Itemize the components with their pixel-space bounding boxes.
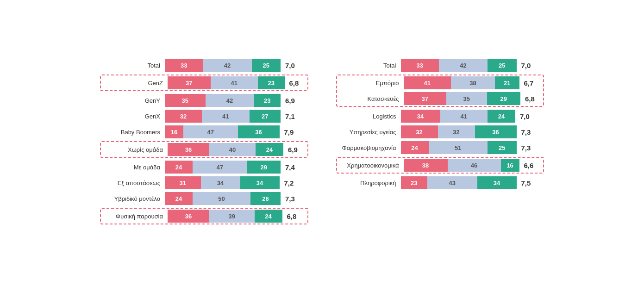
row-label: Κατασκευές: [339, 95, 404, 102]
bar-container: 344124: [401, 110, 516, 123]
chart-row: Χρηματοοικονομικά3846166,6: [339, 159, 542, 172]
score-label: 6,8: [287, 212, 303, 220]
chart-row: Χωρίς ομάδα3640246,9: [103, 143, 306, 156]
bar-pink: 23: [401, 176, 428, 189]
row-label: Υπηρεσίες υγείας: [336, 129, 401, 136]
bar-container: 363924: [168, 210, 282, 223]
bar-pink: 33: [401, 59, 439, 72]
bar-pink: 32: [165, 110, 202, 123]
row-label: Με ομάδα: [100, 164, 165, 171]
score-label: 7,9: [284, 128, 300, 136]
bar-teal: 23: [254, 94, 281, 107]
chart-row: GenY3542236,9: [100, 94, 308, 107]
dashed-box: Χρηματοοικονομικά3846166,6: [336, 157, 544, 174]
bar-pink: 24: [165, 192, 193, 205]
bar-container: 234334: [401, 176, 517, 189]
chart-row: Πληροφορική2343347,5: [336, 176, 544, 189]
bar-blue: 42: [206, 94, 254, 107]
bar-teal: 24: [488, 110, 515, 123]
score-label: 7,3: [521, 128, 538, 136]
chart-row: Υπηρεσίες υγείας3232367,3: [336, 125, 544, 138]
score-label: 7,0: [521, 62, 538, 69]
row-label: Logistics: [336, 113, 401, 120]
bar-teal: 23: [258, 76, 285, 89]
bar-teal: 26: [250, 192, 281, 205]
dashed-box: Χωρίς ομάδα3640246,9: [100, 141, 308, 158]
score-label: 7,0: [520, 112, 536, 120]
chart-row: Εξ αποστάσεως3134347,2: [100, 176, 308, 189]
dashed-box: GenZ3741236,8: [100, 75, 308, 91]
bar-pink: 37: [168, 76, 211, 89]
chart-row: Total3342257,0: [336, 59, 544, 72]
bar-pink: 35: [165, 94, 206, 107]
score-label: 6,8: [289, 79, 306, 87]
bar-teal: 29: [487, 92, 521, 105]
score-label: 6,7: [524, 79, 540, 87]
row-label: Total: [100, 62, 165, 69]
charts-container: Total3342257,0GenZ3741236,8GenY3542236,9…: [100, 59, 544, 227]
row-label: GenZ: [103, 80, 168, 87]
bar-blue: 42: [203, 59, 252, 72]
score-label: 7,1: [285, 112, 301, 120]
bar-blue: 46: [448, 159, 501, 172]
bar-teal: 36: [475, 125, 517, 138]
bar-blue: 38: [451, 76, 495, 89]
dashed-box: Φυσική παρουσία3639246,8: [100, 208, 308, 224]
bar-container: 245125: [401, 141, 517, 154]
score-label: 7,3: [521, 144, 538, 152]
score-label: 7,4: [285, 163, 301, 171]
bar-teal: 29: [247, 161, 281, 174]
bar-pink: 33: [165, 59, 203, 72]
bar-teal: 25: [488, 141, 517, 154]
bar-container: 384616: [404, 159, 519, 172]
score-label: 6,6: [524, 162, 540, 169]
chart-row: Φυσική παρουσία3639246,8: [103, 210, 306, 223]
score-label: 7,5: [521, 179, 538, 187]
bar-container: 323236: [401, 125, 517, 138]
right-chart-panel: Total3342257,0Εμπόριο4138216,7Κατασκευές…: [336, 59, 544, 192]
chart-row: GenZ3741236,8: [103, 76, 306, 89]
bar-container: 313434: [165, 176, 280, 189]
row-label: GenX: [100, 113, 165, 120]
bar-pink: 31: [165, 176, 201, 189]
bar-pink: 24: [165, 161, 193, 174]
bar-blue: 41: [211, 76, 258, 89]
bar-blue: 42: [439, 59, 488, 72]
bar-pink: 34: [401, 110, 440, 123]
chart-row: Total3342257,0: [100, 59, 308, 72]
row-label: Υβριδικό μοντέλο: [100, 195, 165, 202]
row-label: Χωρίς ομάδα: [103, 146, 168, 153]
row-label: GenY: [100, 97, 165, 104]
bar-container: 413821: [404, 76, 519, 89]
bar-pink: 36: [168, 143, 209, 156]
bar-container: 244729: [165, 161, 281, 174]
bar-pink: 41: [404, 76, 451, 89]
bar-container: 373529: [404, 92, 521, 105]
bar-teal: 21: [495, 76, 519, 89]
bar-pink: 38: [404, 159, 448, 172]
chart-row: Φαρμακοβιομηχανία2451257,3: [336, 141, 544, 154]
bar-teal: 36: [238, 125, 280, 138]
bar-teal: 16: [501, 159, 519, 172]
bar-teal: 24: [255, 210, 282, 223]
bar-blue: 41: [202, 110, 250, 123]
bar-teal: 34: [477, 176, 517, 189]
row-label: Χρηματοοικονομικά: [339, 162, 404, 169]
bar-blue: 51: [429, 141, 488, 154]
bar-pink: 16: [165, 125, 183, 138]
bar-blue: 40: [209, 143, 256, 156]
dashed-box-multi: Εμπόριο4138216,7Κατασκευές3735296,8: [336, 75, 544, 107]
bar-blue: 39: [209, 210, 255, 223]
bar-blue: 35: [446, 92, 487, 105]
bar-pink: 24: [401, 141, 429, 154]
row-label: Total: [336, 62, 401, 69]
bar-blue: 43: [427, 176, 477, 189]
chart-row: Υβριδικό μοντέλο2450267,3: [100, 192, 308, 205]
bar-blue: 50: [193, 192, 250, 205]
bar-container: 374123: [168, 76, 285, 89]
row-label: Εμπόριο: [339, 80, 404, 87]
score-label: 7,2: [284, 179, 300, 187]
left-chart-panel: Total3342257,0GenZ3741236,8GenY3542236,9…: [100, 59, 308, 227]
bar-container: 324127: [165, 110, 281, 123]
row-label: Φαρμακοβιομηχανία: [336, 144, 401, 151]
